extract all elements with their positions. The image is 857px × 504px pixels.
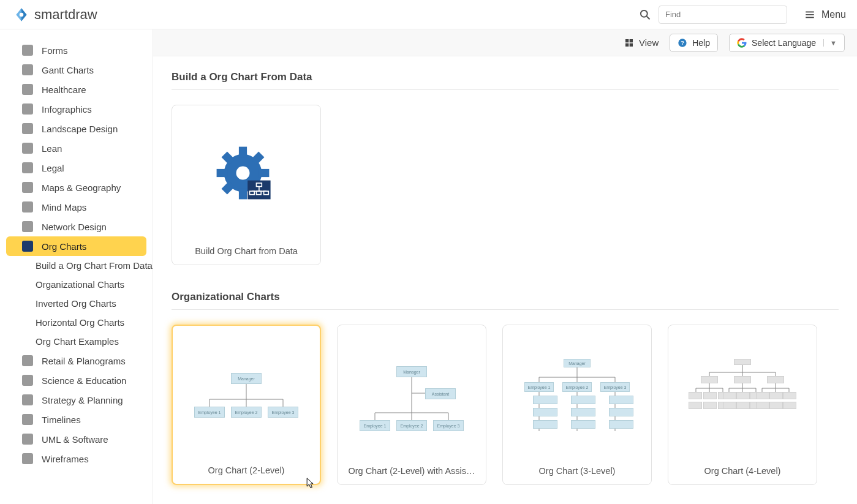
svg-rect-6	[625, 39, 629, 42]
card-preview	[677, 334, 808, 461]
language-label: Select Language	[752, 38, 816, 48]
select-language-button[interactable]: Select Language ▼	[729, 34, 845, 52]
sidebar-item-org-charts[interactable]: Org Charts	[6, 236, 146, 256]
gear-icon	[213, 143, 280, 213]
category-icon	[22, 162, 33, 173]
category-icon	[22, 84, 33, 95]
sidebar-sub-build-a-org-chart-from-data[interactable]: Build a Org Chart From Data	[0, 256, 153, 275]
category-icon	[22, 434, 33, 445]
menu-label: Menu	[821, 9, 846, 20]
sidebar-item-label: Org Charts	[42, 241, 86, 252]
sidebar-sub-inverted-org-charts[interactable]: Inverted Org Charts	[0, 294, 153, 313]
sidebar-item-label: Forms	[42, 45, 68, 56]
hamburger-icon	[804, 9, 815, 20]
svg-rect-7	[630, 39, 633, 42]
menu-button[interactable]: Menu	[804, 9, 846, 20]
sidebar-item-landscape-design[interactable]: Landscape Design	[6, 119, 146, 138]
sidebar-item-healthcare[interactable]: Healthcare	[6, 80, 146, 99]
toolbar: View ? Help Select Language ▼	[153, 29, 857, 56]
sidebar-item-network-design[interactable]: Network Design	[6, 217, 146, 236]
sidebar-item-label: Strategy & Planning	[42, 395, 123, 405]
category-icon	[22, 414, 33, 425]
template-card[interactable]: ManagerAssistantEmployee 1Employee 2Empl…	[337, 325, 486, 485]
sidebar-item-label: Timelines	[42, 415, 81, 425]
cursor-icon	[306, 478, 315, 490]
category-icon	[22, 143, 33, 154]
svg-rect-20	[217, 169, 228, 177]
sidebar-item-maps-geography[interactable]: Maps & Geography	[6, 178, 146, 197]
card-caption: Org Chart (3-Level)	[512, 466, 643, 476]
template-card[interactable]: ManagerEmployee 1Employee 2Employee 3Org…	[502, 325, 652, 485]
brand-name: smartdraw	[34, 7, 97, 23]
sidebar-item-label: Retail & Planograms	[42, 356, 126, 366]
card-preview: ManagerAssistantEmployee 1Employee 2Empl…	[346, 334, 477, 461]
svg-point-13	[236, 167, 250, 180]
search-icon[interactable]	[639, 9, 651, 21]
sidebar-item-wireframes[interactable]: Wireframes	[6, 449, 146, 468]
sidebar-item-label: UML & Software	[42, 434, 108, 445]
sidebar-item-label: Network Design	[42, 222, 107, 232]
category-icon	[22, 103, 33, 115]
help-icon: ?	[678, 38, 687, 48]
card-row: ManagerEmployee 1Employee 2Employee 3Org…	[172, 325, 839, 485]
sidebar-item-mind-maps[interactable]: Mind Maps	[6, 197, 146, 217]
category-icon	[22, 394, 33, 405]
category-icon	[22, 45, 33, 56]
section-title: Build a Org Chart From Data	[172, 67, 839, 90]
sidebar-item-retail-planograms[interactable]: Retail & Planograms	[6, 351, 146, 370]
svg-point-1	[641, 10, 647, 17]
category-icon	[22, 221, 33, 232]
brand-logo[interactable]: smartdraw	[13, 7, 97, 23]
sidebar-item-label: Gantt Charts	[42, 65, 94, 75]
search	[639, 6, 787, 24]
sidebar-item-timelines[interactable]: Timelines	[6, 410, 146, 429]
google-icon	[737, 38, 747, 48]
template-card[interactable]: ManagerEmployee 1Employee 2Employee 3Org…	[172, 325, 321, 485]
content: Build a Org Chart From DataBuild Org Cha…	[153, 56, 857, 504]
svg-line-2	[646, 16, 649, 19]
sidebar-item-legal[interactable]: Legal	[6, 158, 146, 178]
template-card[interactable]: Org Chart (4-Level)	[668, 325, 817, 485]
sidebar-item-lean[interactable]: Lean	[6, 138, 146, 158]
search-input[interactable]	[659, 6, 787, 24]
category-icon	[22, 355, 33, 366]
grid-icon	[624, 38, 634, 48]
sidebar-item-label: Wireframes	[42, 454, 89, 464]
sidebar-item-forms[interactable]: Forms	[6, 40, 146, 60]
sidebar: FormsGantt ChartsHealthcareInfographicsL…	[0, 29, 153, 504]
sidebar-item-label: Infographics	[42, 104, 92, 115]
sidebar-item-strategy-planning[interactable]: Strategy & Planning	[6, 390, 146, 410]
sidebar-sub-horizontal-org-charts[interactable]: Horizontal Org Charts	[0, 313, 153, 332]
sidebar-item-infographics[interactable]: Infographics	[6, 99, 146, 119]
sidebar-item-uml-software[interactable]: UML & Software	[6, 429, 146, 449]
chevron-down-icon: ▼	[823, 39, 837, 47]
help-button[interactable]: ? Help	[670, 34, 718, 52]
section-title: Organizational Charts	[172, 287, 839, 310]
sidebar-sub-organizational-charts[interactable]: Organizational Charts	[0, 275, 153, 294]
svg-text:?: ?	[681, 40, 684, 46]
template-card[interactable]: Build Org Chart from Data	[172, 105, 321, 265]
card-preview	[181, 114, 312, 241]
sidebar-item-label: Lean	[42, 143, 62, 154]
card-caption: Org Chart (2-Level)	[181, 465, 311, 475]
category-icon	[22, 201, 33, 213]
view-button[interactable]: View	[624, 37, 659, 48]
sidebar-item-label: Mind Maps	[42, 202, 86, 213]
sidebar-item-gantt-charts[interactable]: Gantt Charts	[6, 60, 146, 80]
sidebar-item-science-education[interactable]: Science & Education	[6, 370, 146, 390]
category-icon	[22, 123, 33, 134]
sidebar-item-label: Science & Education	[42, 375, 126, 386]
category-icon	[22, 375, 33, 386]
main: View ? Help Select Language ▼ Build a Or…	[153, 29, 857, 504]
card-caption: Build Org Chart from Data	[181, 246, 312, 256]
category-icon	[22, 241, 33, 252]
card-preview: ManagerEmployee 1Employee 2Employee 3	[181, 334, 311, 461]
sidebar-item-label: Healthcare	[42, 85, 86, 95]
help-label: Help	[692, 38, 710, 48]
topbar: smartdraw Menu	[0, 0, 857, 29]
sidebar-sub-org-chart-examples[interactable]: Org Chart Examples	[0, 332, 153, 351]
svg-rect-14	[239, 147, 247, 158]
card-row: Build Org Chart from Data	[172, 105, 839, 265]
svg-rect-9	[630, 43, 633, 46]
category-icon	[22, 64, 33, 75]
